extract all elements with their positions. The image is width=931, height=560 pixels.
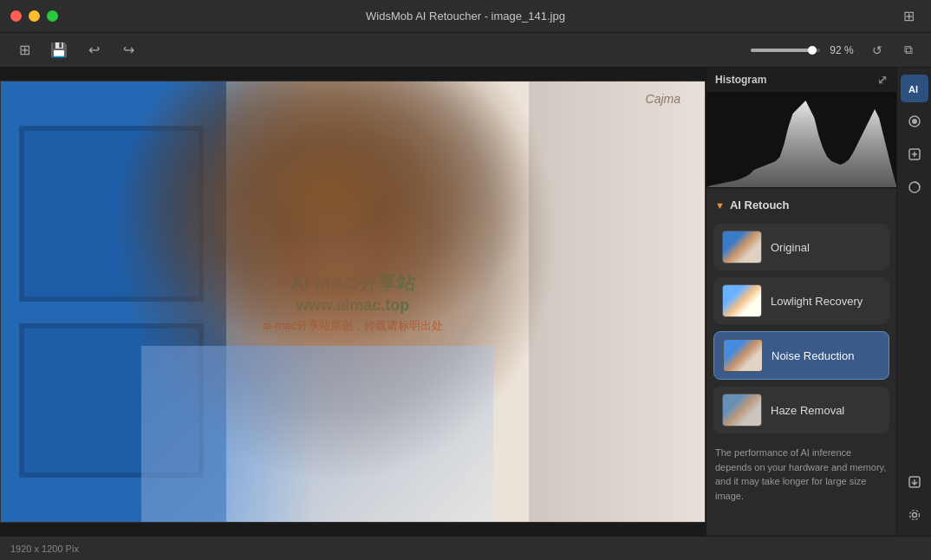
collapse-arrow-icon[interactable]: ▼ [715,200,725,211]
close-button[interactable] [10,10,22,22]
gear-icon [908,508,921,522]
right-sidebar: AI [896,68,931,536]
redo-button[interactable]: ↪ [114,38,142,62]
ai-retouch-header: ▼ AI Retouch [713,195,889,215]
right-panel: Histogram ⤢ ▼ [706,68,896,536]
retouch-card-noise[interactable]: Noise Reduction [713,331,889,380]
zoom-value: 92 % [825,44,858,56]
window-title: WidsMob AI Retoucher - image_141.jpg [366,10,565,23]
histogram-expand-button[interactable]: ⤢ [877,73,888,87]
image-dimensions: 1920 x 1200 Pix [10,544,79,554]
thumbnail-haze [722,394,762,427]
minimize-button[interactable] [29,10,40,22]
thumbnail-original [722,231,762,264]
grid-view-button[interactable]: ⊞ [10,38,38,62]
titlebar-actions: ⊞ [896,4,921,29]
effects-icon [908,147,921,161]
svg-point-2 [912,119,917,124]
histogram-label: Histogram [715,74,766,86]
canvas-area[interactable]: Cajma AI·MAC分享站 www.aimac.top ai-mac分享站原… [0,68,706,536]
clothing-overlay [141,346,493,522]
maximize-button[interactable] [47,10,58,22]
ai-panel-button[interactable]: AI [901,75,928,102]
histogram-canvas [706,92,896,187]
thumbnail-lowlight [722,284,762,317]
svg-text:AI: AI [908,84,918,94]
svg-point-8 [912,513,916,518]
ai-retouch-section: ▼ AI Retouch Original Lowlight Recovery [706,188,896,536]
retouch-card-lowlight[interactable]: Lowlight Recovery [713,277,889,324]
retouch-label-haze: Haze Removal [771,404,844,417]
titlebar: WidsMob AI Retoucher - image_141.jpg ⊞ [0,0,931,33]
ai-icon: AI [907,81,922,96]
zoom-slider[interactable] [751,49,820,52]
export-button[interactable] [901,468,928,496]
svg-point-9 [909,511,919,520]
refresh-icon[interactable]: ↺ [865,38,889,62]
traffic-lights [10,10,58,22]
zoom-control: 92 % [751,44,858,56]
panel-toggle-icon[interactable]: ⊞ [896,4,921,29]
histogram-header: Histogram ⤢ [706,68,896,92]
retouch-label-lowlight: Lowlight Recovery [771,295,863,308]
photo-signature: Cajma [646,92,680,106]
toolbar: ⊞ 💾 ↩ ↪ 92 % ↺ ⧉ [0,33,931,68]
export-icon [908,475,921,489]
histogram-section: Histogram ⤢ [706,68,896,188]
adjustments-icon [908,114,921,128]
settings-button[interactable] [901,501,928,529]
effects-button[interactable] [901,140,928,168]
adjustments-button[interactable] [901,107,928,135]
retouch-label-noise: Noise Reduction [771,349,854,362]
undo-button[interactable]: ↩ [80,38,107,62]
color-button[interactable] [901,173,928,201]
retouch-card-haze[interactable]: Haze Removal [713,387,889,433]
statusbar: 1920 x 1200 Pix [0,536,931,560]
ai-note: The performance of AI inference depends … [713,440,889,508]
retouch-card-original[interactable]: Original [713,224,889,270]
split-view-icon[interactable]: ⧉ [896,38,921,62]
save-button[interactable]: 💾 [45,38,73,62]
image-canvas: Cajma AI·MAC分享站 www.aimac.top ai-mac分享站原… [0,81,706,523]
retouch-label-original: Original [771,241,810,254]
color-icon [908,180,921,194]
main-area: Cajma AI·MAC分享站 www.aimac.top ai-mac分享站原… [0,68,931,536]
ai-retouch-title: AI Retouch [730,199,790,212]
thumbnail-noise [723,339,763,372]
histogram-chart [706,92,896,187]
